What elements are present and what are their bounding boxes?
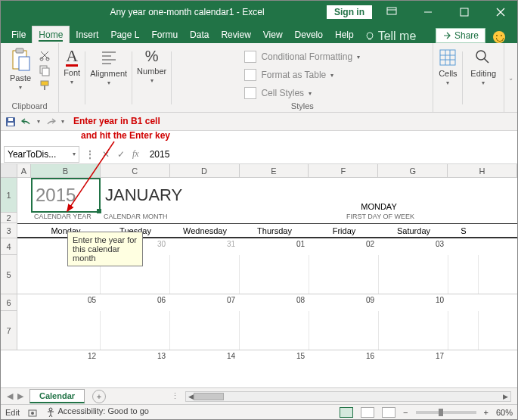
date-cell[interactable]: 06 bbox=[101, 294, 170, 311]
new-sheet-button[interactable]: + bbox=[92, 390, 106, 403]
collapse-ribbon-button[interactable]: ⌃ bbox=[504, 43, 517, 112]
date-cell[interactable]: 31 bbox=[170, 238, 240, 255]
editing-button[interactable]: Editing▾ bbox=[469, 46, 498, 88]
tab-help[interactable]: Help bbox=[329, 26, 360, 43]
date-cell[interactable]: 16 bbox=[309, 350, 379, 367]
redo-icon[interactable] bbox=[45, 117, 57, 127]
col-header[interactable]: H bbox=[448, 164, 517, 177]
cell-styles-button[interactable]: Cell Styles▾ bbox=[241, 86, 315, 101]
sheet-nav-next[interactable]: ▶ bbox=[17, 391, 23, 401]
col-header[interactable]: B bbox=[31, 164, 101, 177]
tab-insert[interactable]: Insert bbox=[70, 26, 104, 43]
view-page-layout-button[interactable] bbox=[361, 407, 374, 418]
zoom-slider[interactable] bbox=[416, 411, 476, 414]
cell-firstday[interactable]: MONDAY bbox=[309, 178, 448, 213]
date-cell[interactable]: 08 bbox=[240, 294, 309, 311]
formula-input[interactable]: 2015 bbox=[145, 149, 517, 160]
row-header[interactable]: 7 bbox=[1, 311, 17, 350]
tab-page-layout[interactable]: Page L bbox=[104, 26, 145, 43]
copy-icon[interactable] bbox=[39, 64, 51, 76]
worksheet-grid[interactable]: 1 2 3 4 5 6 7 2015 JANUARY MONDAY CALEND… bbox=[1, 178, 517, 375]
svg-line-27 bbox=[484, 58, 489, 63]
zoom-level[interactable]: 60% bbox=[496, 408, 513, 417]
ribbon-tabs: File Home Insert Page L Formu Data Revie… bbox=[1, 23, 517, 43]
share-button[interactable]: Share bbox=[436, 28, 485, 43]
accessibility-status[interactable]: Accessibility: Good to go bbox=[45, 406, 149, 417]
font-button[interactable]: A Font▾ bbox=[62, 46, 82, 87]
tab-review[interactable]: Review bbox=[215, 26, 256, 43]
row-header[interactable]: 1 bbox=[1, 178, 17, 213]
format-painter-icon[interactable] bbox=[39, 79, 51, 92]
number-button[interactable]: % Number▾ bbox=[135, 46, 168, 86]
view-page-break-button[interactable] bbox=[382, 407, 395, 418]
date-cell[interactable]: 07 bbox=[170, 294, 240, 311]
fill-handle[interactable] bbox=[97, 209, 101, 213]
date-cell[interactable]: 01 bbox=[240, 238, 309, 255]
ribbon-display-options[interactable] bbox=[375, 1, 408, 23]
col-header[interactable]: F bbox=[309, 164, 378, 177]
date-cell[interactable]: 05 bbox=[31, 294, 101, 311]
cut-icon[interactable] bbox=[39, 49, 51, 61]
row-header[interactable]: 3 bbox=[1, 223, 17, 238]
row-header[interactable]: 6 bbox=[1, 294, 17, 311]
paste-button[interactable]: Paste ▾ bbox=[8, 46, 33, 92]
row-header[interactable]: 2 bbox=[1, 213, 17, 223]
cell-month[interactable]: JANUARY bbox=[101, 178, 240, 213]
tab-file[interactable]: File bbox=[5, 26, 32, 43]
name-box[interactable]: YearToDis... ▾ bbox=[4, 146, 79, 163]
view-normal-button[interactable] bbox=[340, 407, 353, 418]
enter-icon[interactable]: ✓ bbox=[117, 149, 125, 160]
status-bar: Edit Accessibility: Good to go − + 60% bbox=[1, 404, 517, 419]
date-cell[interactable]: 17 bbox=[379, 350, 448, 367]
tab-home[interactable]: Home bbox=[32, 26, 70, 43]
fx-icon[interactable]: fx bbox=[132, 148, 139, 160]
col-header[interactable]: C bbox=[101, 164, 170, 177]
undo-icon[interactable] bbox=[20, 117, 33, 127]
zoom-in-button[interactable]: + bbox=[484, 408, 489, 417]
format-as-table-button[interactable]: Format as Table▾ bbox=[241, 67, 337, 82]
tab-developer[interactable]: Develo bbox=[289, 26, 329, 43]
select-all-corner[interactable] bbox=[1, 164, 17, 177]
sheet-nav-prev[interactable]: ◀ bbox=[7, 391, 13, 401]
minimize-button[interactable] bbox=[411, 1, 445, 23]
col-header[interactable]: E bbox=[240, 164, 309, 177]
autosave-icon bbox=[5, 6, 17, 18]
sign-in-button[interactable]: Sign in bbox=[327, 5, 372, 19]
cell-b1-year[interactable]: 2015 bbox=[31, 178, 101, 213]
tab-view[interactable]: View bbox=[257, 26, 289, 43]
macro-record-icon[interactable] bbox=[27, 407, 38, 418]
date-cell[interactable]: 14 bbox=[170, 350, 240, 367]
conditional-formatting-button[interactable]: Conditional Formatting▾ bbox=[241, 49, 363, 64]
row-header[interactable]: 4 bbox=[1, 238, 17, 255]
col-header[interactable]: D bbox=[170, 164, 240, 177]
group-label: Styles bbox=[291, 101, 314, 110]
date-cell[interactable]: 12 bbox=[31, 350, 101, 367]
col-header[interactable]: G bbox=[378, 164, 448, 177]
close-button[interactable] bbox=[484, 1, 517, 23]
feedback-smiley-icon[interactable] bbox=[493, 31, 505, 43]
cells-button[interactable]: Cells▾ bbox=[436, 46, 459, 88]
scrollbar-thumb[interactable] bbox=[194, 393, 224, 400]
tell-me[interactable]: Tell me bbox=[360, 30, 421, 43]
date-cell[interactable]: 15 bbox=[240, 350, 309, 367]
maximize-button[interactable] bbox=[448, 1, 481, 23]
tab-formulas[interactable]: Formu bbox=[145, 26, 184, 43]
cancel-icon[interactable]: ✕ bbox=[102, 149, 110, 160]
svg-point-33 bbox=[31, 412, 34, 415]
sheet-tab-calendar[interactable]: Calendar bbox=[29, 389, 85, 403]
undo-dropdown[interactable]: ▾ bbox=[37, 118, 40, 125]
date-cell[interactable]: 03 bbox=[379, 238, 448, 255]
save-icon[interactable] bbox=[5, 117, 16, 127]
zoom-out-button[interactable]: − bbox=[403, 408, 408, 417]
row-header[interactable]: 5 bbox=[1, 255, 17, 294]
date-cell[interactable]: 09 bbox=[309, 294, 379, 311]
horizontal-scrollbar[interactable]: ◀ ▶ bbox=[185, 391, 511, 402]
date-cell[interactable]: 02 bbox=[309, 238, 379, 255]
col-header[interactable]: A bbox=[17, 164, 31, 177]
date-cell[interactable]: 13 bbox=[101, 350, 170, 367]
cell-styles-icon bbox=[244, 87, 256, 99]
date-cell[interactable]: 10 bbox=[379, 294, 448, 311]
redo-dropdown[interactable]: ▾ bbox=[61, 118, 64, 125]
alignment-button[interactable]: Alignment▾ bbox=[88, 46, 129, 88]
tab-data[interactable]: Data bbox=[184, 26, 215, 43]
